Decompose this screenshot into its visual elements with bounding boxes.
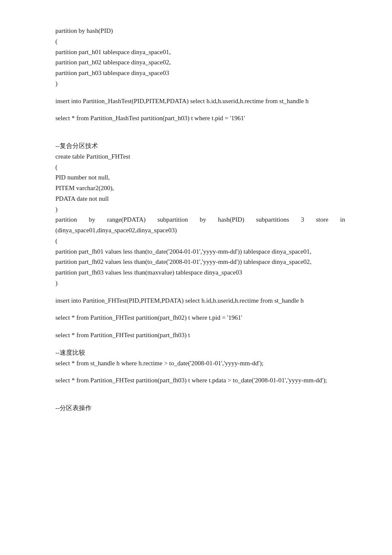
code-line: PITEM varchar2(200), — [55, 183, 345, 194]
code-line: partition by range(PDATA) subpartition b… — [55, 214, 345, 236]
code-line: create table Partition_FHTest — [55, 151, 345, 162]
spacer — [55, 323, 345, 330]
code-line: ( — [55, 36, 345, 47]
spacer — [55, 289, 345, 295]
code-line: partition part_h01 tablespace dinya_spac… — [55, 47, 345, 58]
code-line: ) — [55, 204, 345, 215]
code-line: select * from st_handle h where h.rectim… — [55, 358, 345, 369]
code-line: select * from Partition_HashTest partiti… — [55, 113, 345, 124]
code-line: --速度比较 — [55, 347, 345, 358]
code-line: partition part_h02 tablespace dinya_spac… — [55, 57, 345, 68]
code-line: ) — [55, 278, 345, 289]
main-content: partition by hash(PID)(partition part_h0… — [55, 26, 345, 413]
code-line: ( — [55, 236, 345, 246]
spacer — [55, 134, 345, 141]
code-line: select * from Partition_FHTest partition… — [55, 375, 345, 386]
spacer — [55, 341, 345, 347]
spacer-large — [55, 124, 345, 134]
code-line: PID number not null, — [55, 172, 345, 183]
code-line: select * from Partition_FHTest partition… — [55, 312, 345, 323]
code-line: partition part_fh02 values less than(to_… — [55, 257, 345, 267]
code-line: partition part_h03 tablespace dinya_spac… — [55, 68, 345, 78]
spacer — [55, 89, 345, 96]
code-line: partition by hash(PID) — [55, 26, 345, 36]
code-line: --复合分区技术 — [55, 141, 345, 151]
code-line: ( — [55, 162, 345, 173]
code-line: PDATA date not null — [55, 194, 345, 204]
code-line: --分区表操作 — [55, 403, 345, 413]
code-line: partition part_fh01 values less than(to_… — [55, 246, 345, 257]
code-line: insert into Partition_HashTest(PID,PITEM… — [55, 96, 345, 107]
code-line: insert into Partition_FHTest(PID,PITEM,P… — [55, 295, 345, 306]
spacer — [55, 396, 345, 403]
spacer — [55, 306, 345, 312]
spacer-large — [55, 386, 345, 396]
code-line: ) — [55, 78, 345, 89]
code-line: select * from Partition_FHTest partition… — [55, 330, 345, 341]
code-line: partition part_fh03 values less than(max… — [55, 267, 345, 278]
spacer — [55, 368, 345, 375]
spacer — [55, 106, 345, 113]
